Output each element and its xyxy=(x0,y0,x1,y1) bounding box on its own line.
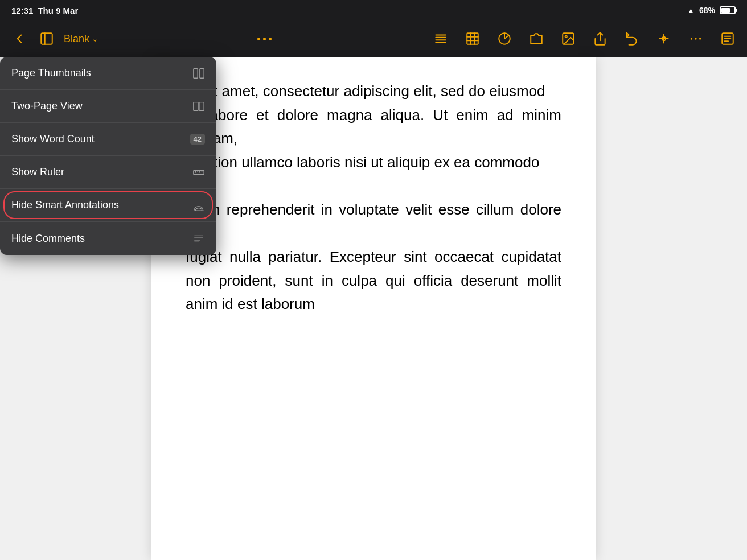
word-count-icon: 42 xyxy=(190,134,205,145)
find-button[interactable] xyxy=(654,28,674,49)
menu-item-page-thumbnails[interactable]: Page Thumbnails xyxy=(0,57,216,90)
document-page: or sit amet, consectetur adipiscing elit… xyxy=(151,57,596,560)
battery-icon xyxy=(720,6,736,14)
menu-item-show-ruler[interactable]: Show Ruler xyxy=(0,156,216,189)
date: Thu 9 Mar xyxy=(38,6,78,15)
status-left: 12:31 Thu 9 Mar xyxy=(11,6,78,15)
sidebar-toggle-button[interactable] xyxy=(36,28,57,49)
more-button[interactable] xyxy=(686,28,706,49)
ruler-icon xyxy=(192,166,205,179)
toolbar-right xyxy=(430,28,738,49)
list-button[interactable] xyxy=(430,28,451,49)
show-word-count-label: Show Word Count xyxy=(11,133,95,145)
doc-text-1: or sit amet, consectetur adipiscing elit… xyxy=(186,83,545,100)
menu-item-hide-comments[interactable]: Hide Comments xyxy=(0,222,216,255)
dropdown-menu: Page Thumbnails Two-Page View Show Word … xyxy=(0,57,216,255)
chart-button[interactable] xyxy=(494,28,515,49)
document-text: or sit amet, consectetur adipiscing elit… xyxy=(186,80,561,316)
word-count-badge: 42 xyxy=(190,134,205,145)
page-thumbnails-icon xyxy=(192,67,205,80)
comments-icon xyxy=(192,232,205,245)
reader-button[interactable] xyxy=(717,28,738,49)
menu-item-show-word-count[interactable]: Show Word Count 42 xyxy=(0,123,216,156)
menu-item-two-page-view[interactable]: Two-Page View xyxy=(0,90,216,123)
wifi-icon: ▲ xyxy=(687,6,695,15)
svg-point-18 xyxy=(691,38,692,39)
menu-item-hide-smart-annotations[interactable]: Hide Smart Annotations xyxy=(0,189,216,222)
svg-rect-26 xyxy=(200,68,204,78)
svg-rect-27 xyxy=(194,102,198,110)
center-dots xyxy=(257,38,272,40)
svg-point-13 xyxy=(565,36,567,38)
toolbar-left: Blank ⌄ xyxy=(9,28,98,49)
title-chevron-icon: ⌄ xyxy=(92,34,98,43)
main-area: or sit amet, consectetur adipiscing elit… xyxy=(0,57,747,560)
svg-rect-28 xyxy=(199,102,204,110)
document-title[interactable]: Blank ⌄ xyxy=(64,33,98,45)
toolbar-center xyxy=(98,38,430,40)
svg-point-19 xyxy=(695,38,696,39)
svg-point-20 xyxy=(699,38,701,39)
undo-button[interactable] xyxy=(622,28,642,49)
shape-button[interactable] xyxy=(526,28,547,49)
page-thumbnails-label: Page Thumbnails xyxy=(11,67,91,79)
doc-text-3: rcitation ullamco laboris nisi ut aliqui… xyxy=(186,154,539,171)
status-bar: 12:31 Thu 9 Mar ▲ 68% xyxy=(0,0,747,20)
smart-annotations-icon xyxy=(192,199,205,212)
time: 12:31 xyxy=(11,6,33,15)
svg-rect-0 xyxy=(41,33,52,44)
svg-rect-25 xyxy=(194,68,198,78)
two-page-view-label: Two-Page View xyxy=(11,100,83,112)
status-right: ▲ 68% xyxy=(687,6,736,15)
doc-text-4: lor in reprehenderit in voluptate velit … xyxy=(186,201,561,242)
image-button[interactable] xyxy=(558,28,578,49)
doc-text-5: fugiat nulla pariatur. Excepteur sint oc… xyxy=(186,248,561,312)
battery-percent: 68% xyxy=(699,6,715,15)
table-button[interactable] xyxy=(462,28,483,49)
toolbar: Blank ⌄ xyxy=(0,20,747,57)
svg-rect-6 xyxy=(467,33,478,44)
two-page-view-icon xyxy=(192,100,205,113)
svg-rect-29 xyxy=(194,170,204,174)
share-button[interactable] xyxy=(590,28,610,49)
back-button[interactable] xyxy=(9,28,30,49)
hide-comments-label: Hide Comments xyxy=(11,233,85,245)
hide-smart-annotations-label: Hide Smart Annotations xyxy=(11,199,119,211)
doc-text-2: ut labore et dolore magna aliqua. Ut eni… xyxy=(186,106,561,147)
show-ruler-label: Show Ruler xyxy=(11,166,64,178)
